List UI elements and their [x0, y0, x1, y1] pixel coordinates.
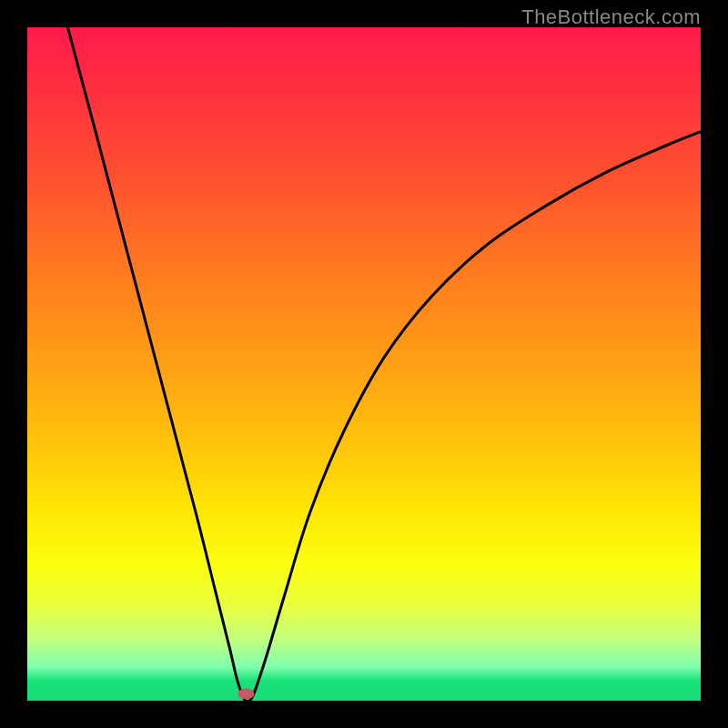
plot-area	[27, 27, 701, 701]
chart-frame: TheBottleneck.com	[0, 0, 728, 728]
optimum-marker	[238, 689, 255, 700]
bottleneck-curve-line	[67, 27, 701, 701]
curve-svg	[27, 27, 701, 701]
watermark-text: TheBottleneck.com	[521, 5, 701, 29]
